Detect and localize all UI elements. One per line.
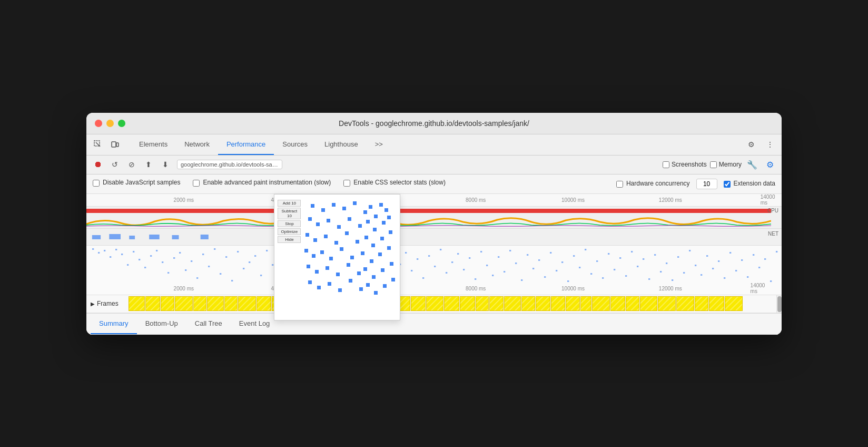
svg-rect-284 [350, 256, 354, 259]
css-selector-option[interactable]: Enable CSS selector stats (slow) [343, 179, 446, 187]
tab-lighthouse[interactable]: Lighthouse [316, 134, 367, 155]
advanced-paint-checkbox[interactable] [193, 180, 200, 187]
ruler-10000: 10000 ms [561, 197, 585, 203]
cpu-activity-area [86, 213, 771, 227]
css-selector-checkbox[interactable] [343, 180, 350, 187]
svg-rect-19 [144, 267, 146, 268]
frame-block [145, 296, 161, 311]
svg-rect-41 [272, 264, 273, 266]
tab-elements[interactable]: Elements [131, 134, 176, 155]
device-toolbar-icon[interactable] [107, 137, 122, 152]
svg-rect-127 [770, 280, 772, 282]
inspect-icon[interactable] [91, 137, 105, 152]
upload-button[interactable]: ⬆ [141, 157, 156, 172]
advanced-paint-option[interactable]: Enable advanced paint instrumentation (s… [193, 179, 331, 187]
svg-rect-23 [167, 272, 169, 274]
main-ruler-12000: 12000 ms [659, 286, 682, 291]
svg-rect-96 [590, 273, 592, 275]
minimize-button[interactable] [106, 120, 114, 127]
extension-data-option[interactable]: Extension data [724, 180, 775, 188]
svg-rect-6 [129, 236, 135, 239]
tab-event-log[interactable]: Event Log [231, 313, 279, 334]
svg-rect-100 [614, 269, 615, 270]
tab-performance[interactable]: Performance [218, 134, 274, 155]
disable-js-samples-option[interactable]: Disable JavaScript samples [93, 179, 180, 187]
svg-rect-292 [336, 273, 340, 276]
memory-checkbox[interactable] [710, 161, 717, 168]
svg-rect-80 [498, 256, 499, 258]
svg-rect-239 [677, 297, 694, 311]
svg-rect-121 [735, 270, 737, 271]
screenshots-option[interactable]: Screenshots [663, 161, 707, 168]
timeline-scrollbar[interactable] [776, 295, 782, 313]
ruler-2000: 2000 ms [174, 197, 194, 203]
hardware-concurrency-checkbox[interactable] [616, 181, 623, 188]
svg-rect-35 [237, 251, 239, 252]
svg-rect-293 [347, 263, 350, 267]
svg-rect-155 [257, 297, 271, 311]
main-ruler-2000: 2000 ms [174, 286, 194, 291]
memory-icon[interactable]: 🔧 [745, 157, 760, 172]
timeline-area[interactable]: 2000 ms 4000 ms 8000 ms 10000 ms 12000 m… [86, 194, 782, 314]
svg-rect-124 [753, 254, 754, 256]
svg-rect-120 [729, 252, 731, 254]
frame-block [476, 296, 489, 311]
frame-block [193, 296, 206, 311]
svg-rect-267 [382, 221, 386, 225]
main-ruler-10000: 10000 ms [561, 286, 585, 291]
download-button[interactable]: ⬇ [158, 157, 173, 172]
screenshots-checkbox[interactable] [663, 161, 669, 168]
svg-rect-305 [366, 283, 370, 287]
svg-rect-90 [556, 270, 557, 271]
disable-js-samples-checkbox[interactable] [93, 180, 100, 187]
more-options-icon[interactable]: ⋮ [763, 137, 777, 152]
popup-overlay: Add 10 Subtract 10 Stop Optimize Hide [274, 194, 400, 320]
svg-rect-302 [338, 288, 342, 292]
settings-icon[interactable]: ⚙ [744, 137, 758, 152]
svg-rect-300 [317, 286, 321, 289]
svg-rect-82 [509, 250, 511, 251]
frames-content [129, 296, 782, 311]
ruler-14000: 14000 ms [761, 194, 775, 206]
frame-block [536, 296, 550, 311]
svg-rect-248 [725, 297, 743, 311]
scrollbar-thumb[interactable] [777, 296, 782, 312]
svg-rect-81 [504, 271, 505, 273]
perf-settings-icon[interactable]: ⚙ [763, 157, 777, 172]
maximize-button[interactable] [118, 120, 125, 127]
hardware-concurrency-option[interactable]: Hardware concurrency [616, 180, 690, 188]
svg-rect-288 [387, 246, 391, 250]
svg-rect-76 [475, 278, 476, 280]
memory-option[interactable]: Memory [710, 161, 742, 168]
svg-rect-85 [527, 254, 528, 256]
tab-bottom-up[interactable]: Bottom-Up [137, 313, 186, 334]
extension-data-checkbox[interactable] [724, 181, 731, 188]
svg-rect-99 [608, 253, 609, 255]
tab-summary[interactable]: Summary [91, 313, 137, 334]
svg-rect-106 [648, 278, 650, 280]
reload-record-button[interactable]: ↺ [107, 157, 122, 172]
tab-more[interactable]: >> [367, 134, 391, 155]
svg-rect-131 [129, 297, 145, 311]
hardware-concurrency-input[interactable] [696, 179, 717, 189]
window-title: DevTools - googlechrome.github.io/devtoo… [339, 119, 529, 128]
close-button[interactable] [95, 120, 102, 127]
clear-button[interactable]: ⊘ [124, 157, 139, 172]
net-label: NET [768, 231, 778, 237]
tab-network[interactable]: Network [176, 134, 218, 155]
svg-rect-254 [363, 210, 367, 214]
record-button[interactable]: ⏺ [91, 157, 105, 172]
tab-call-tree[interactable]: Call Tree [186, 313, 231, 334]
svg-rect-262 [337, 225, 341, 229]
svg-rect-72 [451, 261, 453, 263]
svg-rect-109 [666, 263, 667, 264]
svg-rect-143 [194, 297, 206, 311]
svg-rect-227 [611, 297, 625, 311]
svg-rect-140 [175, 297, 193, 311]
svg-rect-66 [417, 258, 418, 260]
cpu-label: CPU [767, 208, 778, 213]
tab-sources-visible[interactable]: Sources [274, 134, 316, 155]
cpu-red-bar [86, 209, 771, 213]
frame-block [610, 296, 625, 311]
frame-block [444, 296, 459, 311]
